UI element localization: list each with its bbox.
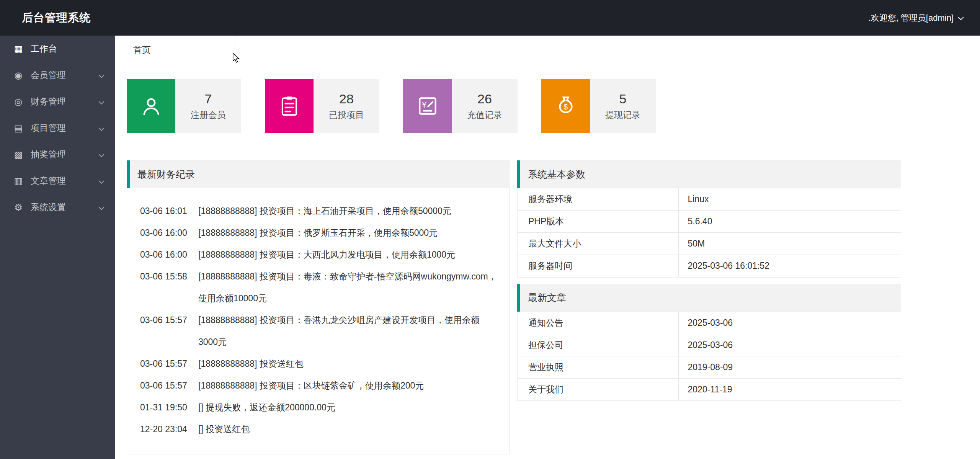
table-row: PHP版本 5.6.40 (518, 211, 901, 233)
row-value: Linux (678, 188, 901, 211)
row-label: 营业执照 (518, 356, 678, 378)
record-time: 03-06 15:57 (140, 375, 198, 397)
row-value: 2019-08-09 (678, 356, 901, 378)
sidebar: ▦ 工作台 ◉ 会员管理 ◎ 财务管理 ▤ 项目管理 ▩ 抽奖管理 (0, 36, 115, 459)
finance-record: 03-06 16:00 [18888888888] 投资项目：大西北风力发电项目… (140, 244, 498, 266)
stat-card-withdrawals[interactable]: $ 5 提现记录 (541, 79, 656, 133)
record-text: [18888888888] 投资送红包 (198, 353, 498, 375)
chevron-down-icon (99, 204, 104, 210)
finance-icon: ◎ (11, 96, 25, 107)
table-row: 关于我们 2020-11-19 (518, 378, 901, 400)
sidebar-item-label: 文章管理 (31, 175, 66, 187)
main-area: 首页 7 注册会员 (115, 36, 980, 459)
row-label: 担保公司 (518, 334, 678, 356)
row-label: 通知公告 (518, 312, 678, 334)
chevron-down-icon (99, 72, 104, 78)
latest-articles-table: 通知公告 2025-03-06 担保公司 2025-03-06 营业执照 201… (518, 312, 901, 401)
user-menu[interactable]: .欢迎您, 管理员[admin] (869, 12, 962, 24)
finance-record-list: 03-06 16:01 [18888888888] 投资项目：海上石油开采项目，… (127, 188, 509, 454)
row-value: 2025-03-06 (678, 334, 901, 356)
sidebar-item-finance[interactable]: ◎ 财务管理 (0, 88, 115, 115)
table-row: 服务器时间 2025-03-06 16:01:52 (518, 255, 901, 277)
panel-header: 系统基本参数 (518, 160, 901, 188)
sidebar-item-label: 财务管理 (31, 96, 66, 108)
panel-header: 最新财务纪录 (127, 160, 509, 188)
table-row: 营业执照 2019-08-09 (518, 356, 901, 378)
table-row: 服务器环境 Linux (518, 188, 901, 211)
stat-value: 7 (205, 91, 212, 106)
sidebar-item-articles[interactable]: ▥ 文章管理 (0, 168, 115, 194)
row-value: 5.6.40 (678, 211, 901, 233)
stat-value: 28 (339, 91, 354, 106)
record-time: 03-06 16:01 (140, 200, 198, 222)
sidebar-item-label: 工作台 (31, 43, 57, 55)
svg-text:$: $ (564, 103, 568, 111)
top-bar: 后台管理系统 .欢迎您, 管理员[admin] (0, 0, 980, 36)
gear-icon: ⚙ (11, 202, 25, 213)
finance-record: 03-06 15:57 [18888888888] 投资送红包 (140, 353, 498, 375)
record-text: [] 投资送红包 (198, 418, 498, 440)
sidebar-item-label: 会员管理 (31, 69, 66, 81)
sidebar-item-label: 项目管理 (31, 122, 66, 134)
record-time: 03-06 16:00 (140, 222, 198, 244)
row-value: 2025-03-06 (678, 312, 901, 334)
finance-record: 03-06 15:58 [18888888888] 投资项目：毒液：致命守护者-… (140, 266, 498, 309)
panel-title: 最新文章 (528, 291, 566, 304)
record-time: 03-06 15:58 (140, 266, 198, 309)
chevron-down-icon (99, 152, 104, 157)
stat-value: 5 (619, 91, 627, 106)
page: 后台管理系统 .欢迎您, 管理员[admin] ▦ 工作台 ◉ 会员管理 ◎ 财… (0, 0, 980, 459)
chevron-down-icon (99, 125, 104, 131)
record-time: 01-31 19:50 (140, 397, 198, 418)
row-label: 关于我们 (518, 378, 678, 400)
record-text: [18888888888] 投资项目：海上石油开采项目，使用余额50000元 (198, 200, 498, 222)
sidebar-item-label: 抽奖管理 (31, 149, 66, 160)
stat-card-projects[interactable]: 28 已投项目 (265, 79, 379, 133)
finance-records-panel: 最新财务纪录 03-06 16:01 [18888888888] 投资项目：海上… (127, 160, 510, 454)
project-icon: ▤ (11, 123, 25, 134)
accent-bar (127, 160, 130, 188)
stat-label: 注册会员 (191, 109, 226, 121)
article-icon: ▥ (11, 176, 25, 186)
row-label: 服务器时间 (518, 255, 678, 277)
grid-icon: ▦ (11, 44, 25, 54)
welcome-text: .欢迎您, 管理员[admin] (869, 12, 954, 24)
stat-value: 26 (477, 91, 492, 106)
stat-card-recharges[interactable]: ¥ 26 充值记录 (403, 79, 518, 133)
svg-text:¥: ¥ (421, 100, 427, 109)
record-text: [18888888888] 投资项目：大西北风力发电项目，使用余额1000元 (198, 244, 498, 266)
system-params-panel: 系统基本参数 服务器环境 Linux PHP版本 5.6.40 最大文件大小 5… (517, 160, 901, 278)
table-row: 担保公司 2025-03-06 (518, 334, 901, 356)
accent-bar (517, 160, 520, 188)
finance-record: 03-06 15:57 [18888888888] 投资项目：香港九龙尖沙咀房产… (140, 309, 498, 353)
stat-card-members[interactable]: 7 注册会员 (127, 79, 241, 133)
finance-record: 01-31 19:50 [] 提现失败，返还金额200000.00元 (140, 397, 498, 418)
sidebar-item-projects[interactable]: ▤ 项目管理 (0, 115, 115, 141)
panel-header: 最新文章 (518, 284, 901, 312)
finance-record: 03-06 16:00 [18888888888] 投资项目：俄罗斯玉石开采，使… (140, 222, 498, 244)
table-row: 最大文件大小 50M (518, 233, 901, 255)
tab-home[interactable]: 首页 (115, 36, 235, 64)
sidebar-item-lottery[interactable]: ▩ 抽奖管理 (0, 141, 115, 168)
sidebar-item-settings[interactable]: ⚙ 系统设置 (0, 194, 115, 221)
member-icon: ◉ (11, 70, 25, 81)
panel-title: 最新财务纪录 (137, 168, 195, 181)
sidebar-item-workbench[interactable]: ▦ 工作台 (0, 36, 115, 62)
latest-articles-panel: 最新文章 通知公告 2025-03-06 担保公司 2025-03-06 营业执… (517, 284, 901, 401)
chevron-down-icon (99, 178, 104, 183)
tab-bar: 首页 (115, 36, 980, 64)
row-label: 最大文件大小 (518, 233, 678, 255)
record-text: [18888888888] 投资项目：香港九龙尖沙咀房产建设开发项目，使用余额3… (198, 309, 498, 353)
record-text: [] 提现失败，返还金额200000.00元 (198, 397, 498, 418)
record-time: 03-06 15:57 (140, 353, 198, 375)
lottery-icon: ▩ (11, 149, 25, 160)
stat-label: 提现记录 (605, 109, 640, 121)
stat-cards: 7 注册会员 (127, 79, 967, 133)
stat-label: 充值记录 (467, 109, 502, 121)
accent-bar (517, 284, 520, 312)
chevron-down-icon (99, 99, 104, 104)
finance-record: 12-20 23:04 [] 投资送红包 (140, 418, 498, 440)
sidebar-item-members[interactable]: ◉ 会员管理 (0, 62, 115, 88)
panel-title: 系统基本参数 (528, 168, 585, 181)
record-time: 12-20 23:04 (140, 418, 198, 440)
